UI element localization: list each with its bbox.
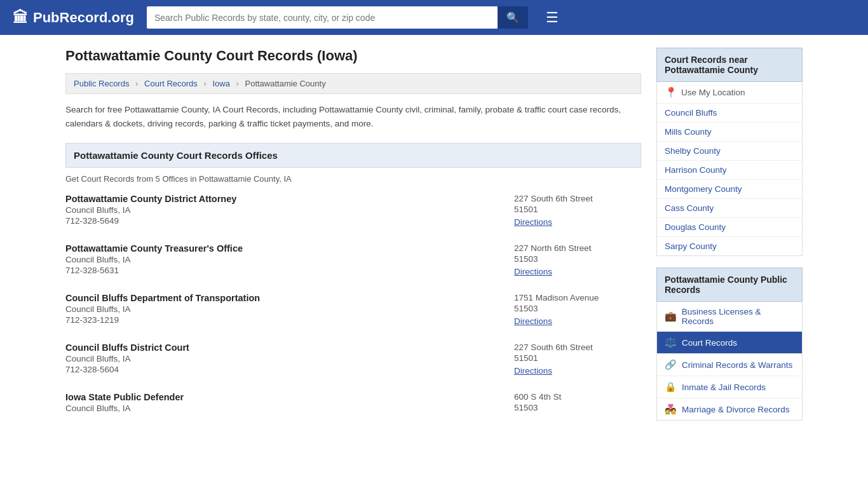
office-zip: 51503: [514, 403, 641, 412]
office-street: 227 North 6th Street: [514, 243, 641, 253]
office-city: Council Bluffs, IA: [65, 255, 476, 264]
logo[interactable]: 🏛 PubRecord.org: [13, 9, 134, 27]
marriage-records-link[interactable]: Marriage & Divorce Records: [682, 405, 790, 414]
use-location-label: Use My Location: [681, 88, 745, 97]
breadcrumb-county: Pottawattamie County: [245, 79, 326, 88]
bc-sep-3: ›: [236, 79, 239, 88]
nearby-shelby[interactable]: Shelby County: [657, 142, 802, 161]
records-criminal[interactable]: 🔗 Criminal Records & Warrants: [657, 354, 802, 376]
records-marriage[interactable]: 💑 Marriage & Divorce Records: [657, 398, 802, 420]
records-business[interactable]: 💼 Business Licenses & Records: [657, 302, 802, 332]
bc-sep-2: ›: [203, 79, 206, 88]
menu-button[interactable]: ☰: [546, 10, 559, 26]
content: Pottawattamie County Court Records (Iowa…: [65, 48, 641, 431]
court-records-label: Court Records: [682, 338, 737, 348]
nearby-list: 📍 Use My Location Council Bluffs Mills C…: [656, 82, 803, 256]
marriage-icon: 💑: [665, 403, 677, 415]
records-inmate[interactable]: 🔒 Inmate & Jail Records: [657, 376, 802, 398]
nearby-title: Court Records near Pottawattamie County: [656, 48, 803, 82]
inmate-records-link[interactable]: Inmate & Jail Records: [682, 383, 766, 392]
logo-icon: 🏛: [13, 9, 28, 27]
office-city: Council Bluffs, IA: [65, 304, 476, 314]
nearby-harrison[interactable]: Harrison County: [657, 161, 802, 180]
office-name: Pottawattamie County Treasurer's Office: [65, 243, 476, 254]
directions-link[interactable]: Directions: [514, 316, 552, 326]
office-zip: 51503: [514, 254, 641, 264]
briefcase-icon: 💼: [665, 311, 677, 322]
office-entry: Pottawattamie County District Attorney C…: [65, 194, 641, 229]
directions-link[interactable]: Directions: [514, 267, 552, 276]
office-entry: Council Bluffs District Court Council Bl…: [65, 342, 641, 378]
offices-subtext: Get Court Records from 5 Offices in Pott…: [65, 174, 641, 184]
office-entry: Pottawattamie County Treasurer's Office …: [65, 243, 641, 279]
breadcrumb-iowa[interactable]: Iowa: [212, 79, 229, 88]
office-city: Council Bluffs, IA: [65, 403, 476, 413]
nearby-douglas[interactable]: Douglas County: [657, 218, 802, 237]
office-name: Council Bluffs Department of Transportat…: [65, 293, 476, 303]
location-icon: 📍: [665, 86, 677, 98]
sidebar: Court Records near Pottawattamie County …: [656, 48, 803, 431]
nearby-mills[interactable]: Mills County: [657, 123, 802, 142]
office-entry: Council Bluffs Department of Transportat…: [65, 293, 641, 329]
intro-text: Search for free Pottawattamie County, IA…: [65, 103, 641, 130]
nearby-sarpy[interactable]: Sarpy County: [657, 237, 802, 255]
bc-sep-1: ›: [135, 79, 138, 88]
office-name: Pottawattamie County District Attorney: [65, 194, 476, 204]
records-list: 💼 Business Licenses & Records ⚖️ Court R…: [656, 302, 803, 421]
offices-heading: Pottawattamie County Court Records Offic…: [65, 143, 641, 168]
directions-link[interactable]: Directions: [514, 217, 552, 227]
nearby-council-bluffs[interactable]: Council Bluffs: [657, 104, 802, 123]
search-form: 🔍: [147, 6, 528, 29]
office-name: Iowa State Public Defender: [65, 392, 476, 402]
search-button[interactable]: 🔍: [498, 6, 528, 29]
office-city: Council Bluffs, IA: [65, 205, 476, 215]
office-zip: 51503: [514, 304, 641, 313]
office-street: 600 S 4th St: [514, 392, 641, 402]
search-input[interactable]: [147, 6, 498, 29]
search-icon: 🔍: [506, 12, 519, 23]
lock-icon: 🔒: [665, 381, 677, 393]
nearby-cass[interactable]: Cass County: [657, 199, 802, 218]
chain-icon: 🔗: [665, 359, 677, 370]
criminal-records-link[interactable]: Criminal Records & Warrants: [682, 360, 792, 370]
logo-text: PubRecord.org: [33, 10, 134, 26]
office-street: 227 South 6th Street: [514, 342, 641, 352]
office-entry: Iowa State Public Defender Council Bluff…: [65, 392, 641, 417]
public-records-title: Pottawattamie County Public Records: [656, 268, 803, 302]
page-title: Pottawattamie County Court Records (Iowa…: [65, 48, 641, 64]
nearby-montgomery[interactable]: Montgomery County: [657, 180, 802, 199]
use-location-item[interactable]: 📍 Use My Location: [657, 82, 802, 104]
offices-list: Pottawattamie County District Attorney C…: [65, 194, 641, 417]
office-phone: 712-328-5649: [65, 216, 476, 226]
breadcrumb-court-records[interactable]: Court Records: [144, 79, 198, 88]
breadcrumb: Public Records › Court Records › Iowa › …: [65, 73, 641, 94]
office-zip: 51501: [514, 353, 641, 363]
main-wrapper: Pottawattamie County Court Records (Iowa…: [53, 35, 815, 444]
office-city: Council Bluffs, IA: [65, 354, 476, 363]
office-street: 227 South 6th Street: [514, 194, 641, 203]
breadcrumb-public-records[interactable]: Public Records: [74, 79, 129, 88]
office-name: Council Bluffs District Court: [65, 342, 476, 353]
directions-link[interactable]: Directions: [514, 366, 552, 376]
office-zip: 51501: [514, 205, 641, 214]
header: 🏛 PubRecord.org 🔍 ☰: [0, 0, 868, 35]
office-phone: 712-328-5631: [65, 266, 476, 275]
office-phone: 712-323-1219: [65, 315, 476, 325]
office-phone: 712-328-5604: [65, 365, 476, 374]
office-street: 1751 Madison Avenue: [514, 293, 641, 302]
business-licenses-link[interactable]: Business Licenses & Records: [682, 307, 794, 326]
scale-icon: ⚖️: [665, 337, 677, 348]
records-court[interactable]: ⚖️ Court Records: [657, 332, 802, 354]
